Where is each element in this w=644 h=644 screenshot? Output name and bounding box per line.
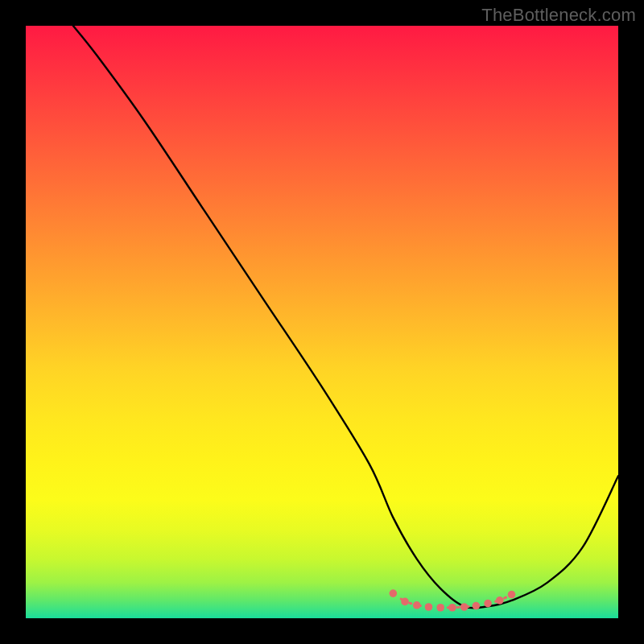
highlight-dot [473, 602, 481, 610]
highlight-dot [401, 598, 409, 606]
highlight-dot [496, 597, 504, 605]
highlight-dot [425, 603, 433, 611]
highlight-dash [393, 593, 511, 608]
chart-svg [26, 26, 618, 618]
highlight-dot [413, 601, 421, 609]
highlight-dot [390, 589, 398, 597]
watermark-text: TheBottleneck.com [481, 5, 636, 26]
highlight-dot [508, 591, 516, 599]
highlight-dots-group [390, 589, 516, 611]
highlight-dot [484, 600, 492, 608]
highlight-dot [436, 604, 444, 612]
highlight-dot [448, 604, 456, 612]
highlight-dot [460, 603, 469, 611]
bottleneck-curve-path [73, 26, 618, 608]
chart-plot-area [26, 26, 618, 618]
